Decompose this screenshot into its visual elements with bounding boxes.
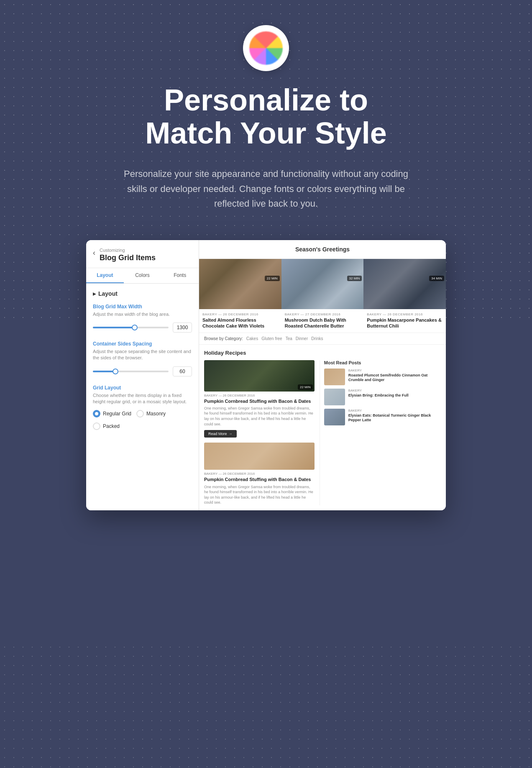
featured-posts-column: 22 MIN BAKERY — 26 DECEMBER 2016 Pumpkin… — [204, 360, 315, 505]
dot-pattern-bottom — [0, 643, 532, 768]
sidebar-post-2: BAKERY Elysian Bring: Embracing the Full — [324, 389, 441, 405]
blog-preview-header: Season's Greetings — [199, 240, 446, 259]
layout-label: Layout — [98, 290, 118, 297]
fp1-title: Pumpkin Cornbread Stuffing with Bacon & … — [204, 398, 315, 404]
grid-masonry-label: Masonry — [146, 411, 166, 417]
category-drinks[interactable]: Drinks — [311, 336, 323, 341]
blog-card-3-body: BAKERY — 26 DECEMBER 2016 Pumpkin Mascar… — [363, 309, 446, 333]
headline: Personalize to Match Your Style — [145, 84, 386, 150]
blog-card-1-title: Salted Almond Flourless Chocolate Cake W… — [202, 317, 278, 329]
color-wheel-icon — [249, 31, 283, 65]
radio-packed[interactable] — [93, 422, 100, 430]
read-more-arrow-1: → — [229, 432, 233, 436]
category-gluten[interactable]: Gluten free — [261, 336, 282, 341]
read-more-button-1[interactable]: Read More → — [204, 430, 237, 438]
subtext: Personalize your site appearance and fun… — [124, 166, 408, 211]
blog-card-3-image — [363, 259, 446, 309]
blog-card-3-time: 34 MIN — [429, 276, 444, 281]
radio-inner-regular — [95, 412, 98, 415]
fp2-category: BAKERY — 26 DECEMBER 2016 — [204, 472, 315, 476]
max-width-label: Blog Grid Max Width — [93, 304, 192, 310]
customizer-breadcrumb: Customizing — [100, 248, 156, 253]
grid-option-regular[interactable]: Regular Grid — [93, 410, 131, 417]
tab-colors[interactable]: Colors — [124, 268, 161, 283]
fp1-category: BAKERY — 26 DECEMBER 2016 — [204, 394, 315, 397]
sidebar-post-2-content: BAKERY Elysian Bring: Embracing the Full — [348, 389, 441, 405]
blog-card-3: 34 MIN BAKERY — 26 DECEMBER 2016 Pumpkin… — [363, 259, 446, 333]
fp1-excerpt: One morning, when Gregor Samsa woke from… — [204, 406, 315, 427]
blog-card-1: 22 MIN BAKERY — 26 DECEMBER 2016 Salted … — [199, 259, 281, 333]
max-width-value[interactable]: 1300 — [173, 323, 192, 333]
spacing-value[interactable]: 60 — [173, 366, 192, 376]
grid-option-masonry[interactable]: Masonry — [136, 410, 166, 417]
tab-layout[interactable]: Layout — [86, 268, 124, 283]
blog-card-2-body: BAKERY — 27 DECEMBER 2016 Mushroom Dutch… — [281, 309, 364, 333]
category-dinner[interactable]: Dinner — [296, 336, 308, 341]
blog-card-2-category: BAKERY — 27 DECEMBER 2016 — [285, 312, 361, 316]
radio-masonry[interactable] — [136, 410, 144, 417]
grid-packed-label: Packed — [103, 423, 120, 429]
headline-line1: Personalize to — [164, 83, 368, 117]
blog-card-2-image — [281, 259, 364, 309]
holiday-recipes-title: Holiday Recipes — [204, 350, 441, 356]
sidebar-post-3-title: Elysian Eats: Botanical Turmeric Ginger … — [348, 413, 441, 423]
sidebar-post-2-title: Elysian Bring: Embracing the Full — [348, 393, 441, 398]
featured-post-1-image: 22 MIN — [204, 360, 315, 392]
back-arrow-icon[interactable]: ‹ — [93, 248, 95, 257]
sidebar-post-1: BAKERY Roasted Plumcot Semifreddo Cinnam… — [324, 369, 441, 385]
category-cakes[interactable]: Cakes — [246, 336, 258, 341]
category-bar: Browse by Category: Cakes Gluten free Te… — [199, 333, 446, 345]
blog-card-1-time: 22 MIN — [265, 276, 280, 281]
customizer-back: ‹ Customizing Blog Grid Items — [93, 248, 192, 263]
max-width-desc: Adjust the max width of the blog area. — [93, 311, 192, 317]
spacing-slider[interactable] — [93, 371, 169, 372]
grid-option-packed[interactable]: Packed — [93, 422, 120, 430]
max-width-slider[interactable] — [93, 327, 169, 328]
sidebar-post-3: BAKERY Elysian Eats: Botanical Turmeric … — [324, 409, 441, 425]
blog-grid-top: 22 MIN BAKERY — 26 DECEMBER 2016 Salted … — [199, 259, 446, 333]
blog-bottom-section: Holiday Recipes 22 MIN BAKERY — 26 DECEM… — [199, 345, 446, 510]
fp2-excerpt: One morning, when Gregor Samsa woke from… — [204, 484, 315, 505]
tab-fonts[interactable]: Fonts — [161, 268, 199, 283]
customizer-header: ‹ Customizing Blog Grid Items — [86, 240, 199, 268]
blog-card-1-body: BAKERY — 26 DECEMBER 2016 Salted Almond … — [199, 309, 281, 333]
customizer-body: ▸ Layout Blog Grid Max Width Adjust the … — [86, 284, 199, 510]
blog-preview: Season's Greetings 22 MIN BAKERY — 26 DE… — [199, 240, 446, 510]
sidebar-post-3-image — [324, 409, 345, 425]
grid-layout-desc: Choose whether the items display in a fi… — [93, 392, 192, 405]
max-width-slider-thumb[interactable] — [132, 325, 138, 330]
customizer-tabs: Layout Colors Fonts — [86, 268, 199, 284]
blog-card-1-category: BAKERY — 26 DECEMBER 2016 — [202, 312, 278, 316]
sidebar-post-3-content: BAKERY Elysian Eats: Botanical Turmeric … — [348, 409, 441, 425]
featured-post-2-image — [204, 443, 315, 470]
blog-card-3-category: BAKERY — 26 DECEMBER 2016 — [367, 312, 442, 316]
fp2-title: Pumpkin Cornbread Stuffing with Bacon & … — [204, 476, 315, 482]
spacing-slider-thumb[interactable] — [113, 369, 118, 374]
sidebar-post-3-cat: BAKERY — [348, 409, 441, 412]
sidebar-post-1-content: BAKERY Roasted Plumcot Semifreddo Cinnam… — [348, 369, 441, 385]
headline-line2: Match Your Style — [145, 116, 386, 150]
logo-icon — [243, 25, 289, 71]
blog-card-3-title: Pumpkin Mascarpone Pancakes & Butternut … — [367, 317, 442, 329]
blog-card-2: 32 MIN BAKERY — 27 DECEMBER 2016 Mushroo… — [281, 259, 364, 333]
fp1-time: 22 MIN — [298, 384, 313, 390]
spacing-desc: Adjust the space separating the site con… — [93, 348, 192, 361]
sidebar-post-1-title: Roasted Plumcot Semifreddo Cinnamon Oat … — [348, 373, 441, 383]
read-more-label-1: Read More — [208, 432, 227, 436]
blog-bottom-grid: 22 MIN BAKERY — 26 DECEMBER 2016 Pumpkin… — [204, 360, 441, 505]
radio-regular[interactable] — [93, 410, 100, 417]
sidebar-column: Most Read Posts BAKERY Roasted Plumcot S… — [320, 360, 441, 505]
sidebar-posts-title: Most Read Posts — [324, 360, 441, 365]
max-width-slider-row: 1300 — [93, 323, 192, 333]
ui-screenshot: ‹ Customizing Blog Grid Items Layout Col… — [86, 240, 446, 510]
category-tea[interactable]: Tea — [286, 336, 292, 341]
blog-card-2-time: 32 MIN — [347, 276, 362, 281]
sidebar-post-1-image — [324, 369, 345, 385]
sidebar-post-1-cat: BAKERY — [348, 369, 441, 372]
blog-card-1-image — [199, 259, 281, 309]
spacing-slider-fill — [93, 371, 115, 372]
layout-icon: ▸ — [93, 290, 96, 297]
spacing-slider-row: 60 — [93, 366, 192, 376]
spacing-label: Container Sides Spacing — [93, 341, 192, 347]
featured-post-2: BAKERY — 26 DECEMBER 2016 Pumpkin Cornbr… — [204, 443, 315, 505]
